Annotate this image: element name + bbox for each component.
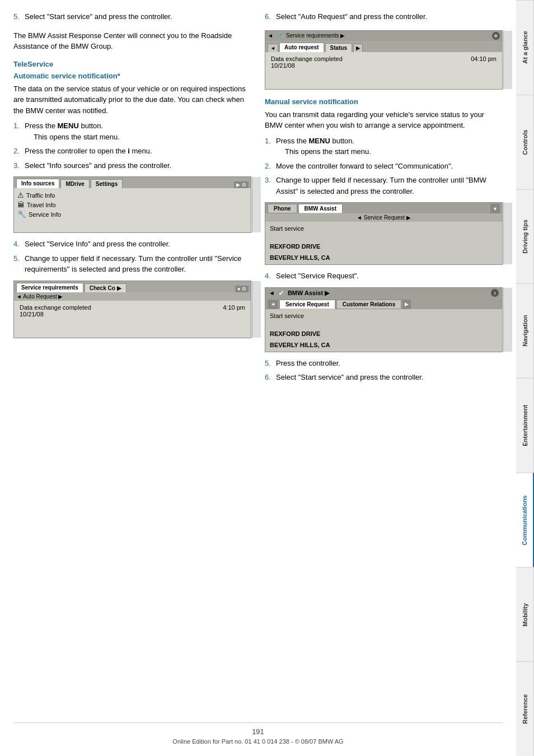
page-number: 191	[13, 727, 503, 736]
screen2-nav-text: ◄ Auto Request ▶	[16, 293, 63, 300]
tab-driving-tips[interactable]: Driving tips	[516, 189, 534, 284]
screen3-right-arrow[interactable]: ▶	[353, 44, 363, 52]
traffic-icon: ⚠	[17, 191, 24, 199]
screen3-tab-autoreq[interactable]: Auto request	[279, 43, 324, 52]
screen4-start-service: Start service	[270, 225, 498, 232]
screen2-body: Data exchange completed10/21/08 4:10 pm	[14, 301, 251, 338]
screen4-body: Start service REXFORD DRIVE BEVERLY HILL…	[265, 222, 502, 264]
service-icon: 🔧	[17, 210, 26, 218]
step-2r-num: 2.	[265, 161, 274, 172]
screen4-side-label	[503, 203, 512, 264]
tab-entertainment[interactable]: Entertainment	[516, 378, 534, 473]
screen5-header: ◄ ✓ BMW Assist ▶ i	[265, 288, 502, 298]
tab-communications[interactable]: Communications	[516, 473, 534, 567]
screen1-row-traffic: ⚠ Traffic Info	[17, 190, 247, 200]
right-column: 6. Select "Auto Request" and press the c…	[265, 11, 503, 717]
step-3r-num: 3.	[265, 175, 274, 197]
screen3-side-label	[503, 31, 512, 89]
copyright-text: Online Edition for Part no. 01 41 0 014 …	[13, 738, 503, 745]
screen3-tab-bar: ◄ Auto request Status ▶	[265, 41, 502, 52]
screen2-tab-checkcon[interactable]: Check Co ▶	[85, 283, 127, 292]
screen4-tab-phone[interactable]: Phone	[268, 204, 297, 213]
step-6-content: Select "Auto Request" and press the cont…	[276, 11, 503, 22]
step-1r-sub: This opens the start menu.	[285, 147, 371, 156]
screen4-address2: BEVERLY HILLS, CA	[270, 254, 498, 261]
screen5-info-icon: i	[491, 289, 499, 297]
step-4-content: Select "Service Info" and press the cont…	[25, 239, 251, 250]
screen2-data-row: Data exchange completed10/21/08 4:10 pm	[17, 303, 247, 319]
step-1r-num: 1.	[265, 136, 274, 157]
step-5-num: 5.	[13, 11, 22, 22]
screen2-side-label	[252, 281, 261, 338]
screen3-header: ◄ 🔧 Service requirements ▶ ⊕	[265, 31, 502, 41]
step-2r-content: Move the controller forward to select "C…	[276, 161, 503, 172]
step-6r-num: 6.	[265, 372, 274, 383]
screen-bmw-assist-2: ◄ ✓ BMW Assist ▶ i ◄ Service Request Cus…	[265, 287, 503, 352]
screen5-left-arrow[interactable]: ◄	[268, 300, 278, 309]
screen-service-req: Service requirements Check Co ▶ ● ⚙ ◄ Au…	[13, 281, 251, 338]
menu-bold-r1: MENU	[309, 137, 330, 145]
step-1-num: 1.	[13, 120, 22, 142]
screen1-arrow-btn[interactable]: ▶ ⚙	[234, 181, 249, 188]
screen-info-sources: Info sources MDrive Settings ▶ ⚙ ⚠ Traff…	[13, 176, 251, 233]
screen5-checkmark-icon: ✓	[278, 289, 284, 297]
screen2-tab-servicereq[interactable]: Service requirements	[16, 283, 83, 292]
screen1-body: ⚠ Traffic Info 🏛 Travel Info 🔧 Service I…	[14, 188, 251, 232]
step-1r-content: Press the MENU button. This opens the st…	[276, 136, 503, 157]
footer: 191 Online Edition for Part no. 01 41 0 …	[13, 722, 503, 745]
screen5-header-left-arrow: ◄	[269, 290, 275, 296]
screen3-left-arrow[interactable]: ◄	[268, 44, 278, 52]
screen5-right-arrow[interactable]: ▶	[402, 300, 411, 309]
screen4-address1: REXFORD DRIVE	[270, 243, 498, 250]
screen4-nav-text: ◄ Service Request ▶	[357, 214, 411, 221]
screen3-data-row: Data exchange completed10/21/08 04:10 pm	[269, 54, 499, 70]
step-2-num: 2.	[13, 146, 22, 157]
step-3-num: 3.	[13, 160, 22, 171]
screen3-body: Data exchange completed10/21/08 04:10 pm	[265, 52, 502, 89]
screen3-label: Data exchange completed10/21/08	[271, 55, 343, 69]
screen2-nav: ◄ Auto Request ▶	[14, 292, 251, 301]
screen-bmw-assist-1: Phone BMW Assist ▼ ◄ Service Request ▶ S…	[265, 202, 503, 265]
screen5-tab-servicereq[interactable]: Service Request	[279, 300, 335, 309]
tab-navigation[interactable]: Navigation	[516, 283, 534, 378]
step-4-num: 4.	[13, 239, 22, 250]
screen4-right-btn[interactable]: ▼	[490, 204, 500, 213]
screen1-tab-mdrive[interactable]: MDrive	[60, 179, 89, 188]
step-1-right: 1. Press the MENU button. This opens the…	[265, 136, 503, 157]
auto-notif-para: The data on the service status of your v…	[13, 83, 251, 116]
screen-auto-request: ◄ 🔧 Service requirements ▶ ⊕ ◄ Auto requ…	[265, 30, 503, 90]
screen3-time: 04:10 pm	[471, 55, 496, 69]
screen2-time: 4:10 pm	[223, 304, 245, 318]
screen1-tab-settings[interactable]: Settings	[91, 179, 123, 188]
tab-controls[interactable]: Controls	[516, 95, 534, 189]
left-column: 5. Select "Start service" and press the …	[13, 11, 251, 717]
step-5-num-b: 5.	[13, 253, 22, 275]
screen4-tab-bmwassist[interactable]: BMW Assist	[298, 204, 343, 213]
screen1-side-label	[252, 177, 261, 232]
two-column-layout: 5. Select "Start service" and press the …	[13, 11, 503, 717]
screen5-tab-bar: ◄ Service Request Customer Relations ▶	[265, 298, 502, 309]
main-content: 5. Select "Start service" and press the …	[0, 0, 516, 756]
teleservice-title: TeleService	[13, 60, 251, 68]
screen5-tab-customerrel[interactable]: Customer Relations	[336, 300, 401, 309]
screen1-tab-infosources[interactable]: Info sources	[16, 179, 59, 188]
step-1-content: Press the MENU button. This opens the st…	[25, 120, 251, 142]
screen4-tab-bar: Phone BMW Assist ▼	[265, 203, 502, 213]
screen1-traffic-label: Traffic Info	[26, 192, 55, 199]
step-3-content: Select "Info sources" and press the cont…	[25, 160, 251, 171]
screen2-arrow-btn[interactable]: ● ⚙	[235, 286, 249, 292]
screen5-side-label	[503, 288, 512, 352]
i-bold: i	[128, 147, 130, 155]
tab-reference[interactable]: Reference	[516, 661, 534, 756]
step-2-content: Press the controller to open the i menu.	[25, 146, 251, 157]
screen5-start-service: Start service	[270, 312, 498, 319]
step-6-right: 6. Select "Auto Request" and press the c…	[265, 11, 503, 22]
step-5-right: 5. Press the controller.	[265, 358, 503, 369]
screen5-address1: REXFORD DRIVE	[270, 330, 498, 337]
tab-mobility[interactable]: Mobility	[516, 567, 534, 662]
step-3-right: 3. Change to upper field if necessary. T…	[265, 175, 503, 197]
tab-at-a-glance[interactable]: At a glance	[516, 0, 534, 95]
screen5-body: Start service REXFORD DRIVE BEVERLY HILL…	[265, 309, 502, 352]
step-3r-content: Change to upper field if necessary. Turn…	[276, 175, 503, 197]
screen3-tab-status[interactable]: Status	[325, 43, 353, 52]
